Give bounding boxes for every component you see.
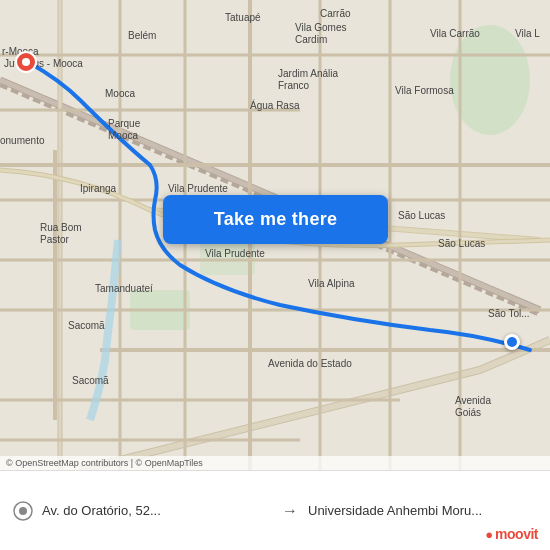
- moovit-logo: ● moovit: [485, 526, 538, 542]
- svg-point-1: [450, 25, 530, 135]
- moovit-text: moovit: [495, 526, 538, 542]
- destination-dot: [504, 334, 520, 350]
- from-section: Av. do Oratório, 52...: [42, 503, 272, 518]
- cta-label: Take me there: [214, 209, 338, 230]
- map-area: Carrão Tatuapé Belém Vila GomesCardim Vi…: [0, 0, 550, 470]
- origin-pin: [14, 50, 38, 74]
- arrow-icon: →: [282, 502, 298, 520]
- app-container: Carrão Tatuapé Belém Vila GomesCardim Vi…: [0, 0, 550, 550]
- bottom-bar: Av. do Oratório, 52... → Universidade An…: [0, 470, 550, 550]
- osm-credit: © OpenStreetMap contributors | © OpenMap…: [0, 456, 550, 470]
- moovit-icon: ●: [485, 527, 493, 542]
- take-me-there-button[interactable]: Take me there: [163, 195, 388, 244]
- svg-point-7: [19, 507, 27, 515]
- from-text: Av. do Oratório, 52...: [42, 503, 272, 518]
- from-icon: [12, 500, 34, 522]
- to-text: Universidade Anhembi Moru...: [308, 503, 538, 518]
- svg-point-5: [22, 58, 30, 66]
- to-section: Universidade Anhembi Moru...: [308, 503, 538, 518]
